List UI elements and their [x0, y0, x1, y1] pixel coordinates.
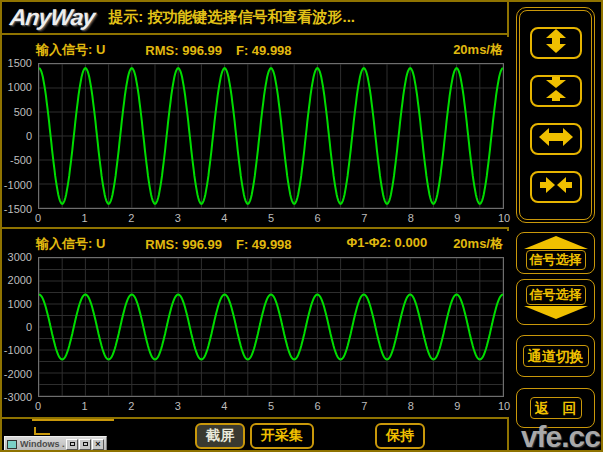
triangle-up-icon: [524, 236, 588, 249]
tray-graphic-fragment: [32, 419, 114, 437]
x-tick-label: 3: [175, 400, 181, 412]
x-tick-label: 7: [361, 400, 367, 412]
y-tick-label: -3000: [4, 391, 32, 403]
y-tick-label: 2000: [8, 274, 32, 286]
signal-label: 输入信号: U: [36, 235, 105, 253]
x-tick-label: 6: [315, 400, 321, 412]
x-tick-label: 8: [408, 400, 414, 412]
compress-horizontal-icon: [539, 173, 573, 201]
y-tick-label: -500: [10, 154, 32, 166]
y-tick-label: 0: [26, 130, 32, 142]
phase-difference-value: Φ1-Φ2: 0.000: [347, 235, 428, 253]
windows-app-icon: [7, 440, 17, 449]
timebase-value: 20ms/格: [453, 235, 503, 253]
x-tick-label: 4: [221, 212, 227, 224]
x-tick-label: 6: [315, 212, 321, 224]
signal-label: 输入信号: U: [36, 41, 105, 59]
close-button[interactable]: ×: [92, 439, 104, 450]
channel-switch-label: 通道切换: [523, 345, 589, 367]
y-tick-label: -1000: [4, 344, 32, 356]
compress-vertical-button[interactable]: [530, 75, 582, 107]
frequency-value: F: 49.998: [236, 237, 292, 252]
windows-titlebar-fragment: Windows ... ×: [4, 436, 107, 452]
x-tick-label: 1: [82, 212, 88, 224]
main-area: AnyWay 提示: 按功能键选择信号和查看波形... 输入信号: U RMS:…: [2, 2, 509, 450]
vfe-watermark: vfe.cc: [521, 420, 600, 452]
expand-horizontal-button[interactable]: [530, 123, 582, 155]
frequency-value: F: 49.998: [236, 43, 292, 58]
expand-vertical-icon: [539, 29, 573, 57]
x-tick-label: 8: [408, 212, 414, 224]
y-tick-label: 3000: [8, 251, 32, 263]
x-tick-label: 0: [35, 400, 41, 412]
expand-vertical-button[interactable]: [530, 27, 582, 59]
y-tick-label: 1500: [8, 57, 32, 69]
waveform-chart-2: 3000200010000-1000-2000-3000 01234567891…: [2, 255, 509, 413]
plot-area: [38, 63, 504, 209]
windows-title: Windows ...: [20, 439, 65, 449]
y-axis-labels: 3000200010000-1000-2000-3000: [2, 257, 34, 397]
x-tick-label: 10: [498, 400, 510, 412]
x-tick-label: 4: [221, 400, 227, 412]
x-tick-label: 5: [268, 400, 274, 412]
signal-select-down-button[interactable]: 信号选择: [516, 279, 595, 325]
compress-vertical-icon: [539, 77, 573, 105]
x-tick-label: 9: [454, 212, 460, 224]
signal-select-down-label: 信号选择: [526, 285, 586, 305]
compress-horizontal-button[interactable]: [530, 171, 582, 203]
waveform-chart-1: 150010005000-500-1000-1500 012345678910: [2, 61, 509, 225]
signal-select-up-button[interactable]: 信号选择: [516, 232, 595, 274]
oscilloscope-screen: AnyWay 提示: 按功能键选择信号和查看波形... 输入信号: U RMS:…: [0, 0, 603, 452]
signal-select-up-label: 信号选择: [526, 250, 586, 270]
timebase-value: 20ms/格: [453, 41, 503, 59]
rms-value: RMS: 996.99: [145, 43, 222, 58]
x-tick-label: 2: [128, 212, 134, 224]
x-tick-label: 3: [175, 212, 181, 224]
waveform-panel-2: 输入信号: U RMS: 996.99 F: 49.998 Φ1-Φ2: 0.0…: [2, 231, 509, 419]
x-tick-label: 10: [498, 212, 510, 224]
anyway-logo: AnyWay: [9, 4, 96, 31]
sidebar: 信号选择 信号选择 通道切换 返 回: [511, 2, 601, 450]
y-tick-label: 0: [26, 321, 32, 333]
title-bar: AnyWay 提示: 按功能键选择信号和查看波形...: [2, 2, 507, 35]
x-tick-label: 1: [82, 400, 88, 412]
x-tick-label: 7: [361, 212, 367, 224]
panel-1-header: 输入信号: U RMS: 996.99 F: 49.998 20ms/格: [2, 37, 509, 59]
restore-button[interactable]: [66, 439, 78, 450]
y-tick-label: -1500: [4, 203, 32, 215]
hold-button[interactable]: 保持: [375, 423, 425, 449]
x-tick-label: 9: [454, 400, 460, 412]
x-axis-labels: 012345678910: [38, 211, 504, 225]
y-tick-label: -1000: [4, 179, 32, 191]
x-tick-label: 2: [128, 400, 134, 412]
triangle-down-icon: [524, 306, 588, 319]
channel-switch-button[interactable]: 通道切换: [516, 335, 595, 377]
y-tick-label: 500: [14, 106, 32, 118]
y-tick-label: 1000: [8, 298, 32, 310]
x-tick-label: 5: [268, 212, 274, 224]
screenshot-button[interactable]: 截屏: [195, 423, 245, 449]
tip-text: 提示: 按功能键选择信号和查看波形...: [108, 8, 355, 27]
plot-area: [38, 257, 504, 397]
y-tick-label: -2000: [4, 368, 32, 380]
expand-horizontal-icon: [539, 125, 573, 153]
return-label: 返 回: [530, 397, 582, 419]
y-axis-labels: 150010005000-500-1000-1500: [2, 63, 34, 209]
maximize-button[interactable]: [79, 439, 91, 450]
panel-2-header: 输入信号: U RMS: 996.99 F: 49.998 Φ1-Φ2: 0.0…: [2, 231, 509, 253]
zoom-controls-panel: [516, 7, 595, 223]
waveform-panel-1: 输入信号: U RMS: 996.99 F: 49.998 20ms/格 150…: [2, 37, 509, 229]
start-capture-button[interactable]: 开采集: [250, 423, 314, 449]
rms-value: RMS: 996.99: [145, 237, 222, 252]
x-axis-labels: 012345678910: [38, 399, 504, 413]
x-tick-label: 0: [35, 212, 41, 224]
y-tick-label: 1000: [8, 81, 32, 93]
